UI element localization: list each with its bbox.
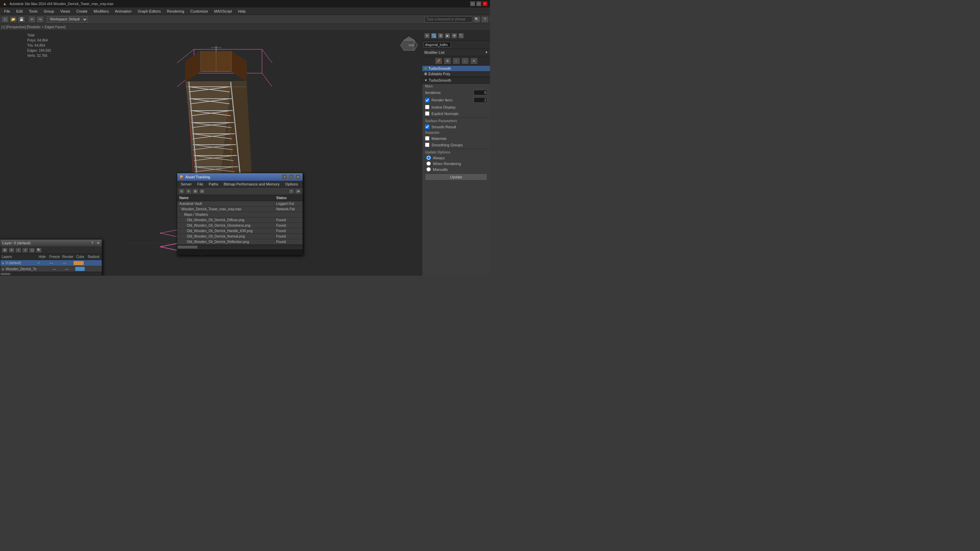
rp-icon-display[interactable]: 👁 (452, 33, 457, 38)
render-iters-input[interactable] (474, 97, 487, 103)
at-btn-filter[interactable]: ⊟ (199, 188, 205, 194)
toolbar-new[interactable]: ◻ (2, 16, 9, 23)
modifier-list-dropdown-arrow[interactable]: ▼ (485, 51, 488, 54)
modifier-editablepoly[interactable]: Editable Poly (422, 71, 490, 76)
manually-radio[interactable] (426, 167, 431, 172)
at-btn-extra[interactable]: ≫ (295, 188, 301, 194)
layers-scrollbar[interactable] (0, 272, 102, 276)
menu-customize[interactable]: Customize (188, 8, 211, 14)
layer-hide-wooden: — (49, 267, 60, 271)
menu-views[interactable]: Views (57, 8, 73, 14)
menu-modifiers[interactable]: Modifiers (91, 8, 111, 14)
mod-btn-pin[interactable]: 📌 (435, 57, 442, 64)
toolbar-open[interactable]: 📂 (10, 16, 17, 23)
layer-btn-find[interactable]: 🔍 (36, 247, 42, 253)
asset-table-row[interactable]: Autodesk VaultLogged Out (177, 201, 302, 207)
mod-btn-settings[interactable]: ⚙ (444, 57, 451, 64)
section-turbosmooth[interactable]: ▼ TurboSmooth (422, 77, 490, 84)
asset-table-row[interactable]: Old_Wooden_Oil_Derrick_Glossiness.pngFou… (177, 223, 302, 228)
asset-table-row[interactable]: Old_Wooden_Oil_Derrick_Normal.pngFound (177, 234, 302, 239)
asset-tracking-close[interactable]: ✕ (296, 175, 301, 179)
layers-col-header: Layers Hide Freeze Render Color Radiost (0, 254, 102, 260)
asset-scrollbar-thumb[interactable] (177, 245, 198, 249)
at-btn-refresh[interactable]: ↻ (179, 188, 185, 194)
asset-table-row[interactable]: Old_Wooden_Oil_Derrick_Handle_IOR.pngFou… (177, 228, 302, 234)
asset-toolbar: ↻ ≡ ⊞ ⊟ ? ≫ (177, 188, 302, 195)
menu-edit[interactable]: Edit (14, 8, 25, 14)
search-input[interactable] (425, 16, 472, 22)
viewcube[interactable]: TOP (399, 33, 419, 54)
menu-animation[interactable]: Animation (112, 8, 134, 14)
when-rendering-radio[interactable] (426, 161, 431, 166)
always-radio[interactable] (426, 156, 431, 160)
rp-icon-motion[interactable]: ▶ (445, 33, 450, 38)
asset-tracking-help[interactable]: ? (282, 175, 287, 179)
layer-btn-select[interactable]: ◻ (29, 247, 35, 253)
at-menu-options[interactable]: Options (283, 182, 300, 187)
mod-btn-move-down[interactable]: ↓ (461, 57, 469, 64)
minimize-button[interactable]: — (470, 2, 475, 6)
rp-icon-create[interactable]: ✦ (424, 33, 430, 38)
at-btn-details[interactable]: ⊞ (192, 188, 198, 194)
toolbar-undo[interactable]: ↩ (28, 16, 36, 23)
col-name[interactable]: Name (177, 195, 274, 201)
mod-btn-remove[interactable]: ✕ (470, 57, 478, 64)
render-iters-checkbox[interactable] (425, 98, 430, 102)
workspace-dropdown[interactable]: Workspace: Default (47, 16, 88, 22)
at-btn-list[interactable]: ≡ (185, 188, 192, 194)
asset-table-row[interactable]: Old_Wooden_Oil_Derrick_Reflection.pngFou… (177, 239, 302, 245)
search-button[interactable]: 🔍 (473, 16, 480, 23)
toolbar-sep2 (45, 16, 46, 22)
at-btn-help[interactable]: ? (288, 188, 294, 194)
layers-close[interactable]: ✕ (97, 241, 100, 245)
isoline-checkbox[interactable] (425, 105, 430, 109)
close-button[interactable]: ✕ (482, 2, 487, 6)
col-status[interactable]: Status (274, 195, 302, 201)
at-menu-server[interactable]: Server (179, 182, 194, 187)
smooth-result-checkbox[interactable] (425, 124, 430, 129)
menu-rendering[interactable]: Rendering (164, 8, 187, 14)
menu-file[interactable]: File (2, 8, 13, 14)
iterations-input[interactable] (474, 90, 487, 95)
explicit-normals-checkbox[interactable] (425, 111, 430, 116)
mod-btn-move-up[interactable]: ↑ (453, 57, 460, 64)
at-menu-paths[interactable]: Paths (207, 182, 220, 187)
layers-question[interactable]: ? (91, 241, 93, 245)
layer-btn-delete[interactable]: ✕ (8, 247, 14, 253)
menu-group[interactable]: Group (41, 8, 57, 14)
materials-checkbox[interactable] (425, 136, 430, 140)
toolbar-redo[interactable]: ↪ (37, 16, 44, 23)
layer-row-default[interactable]: ◈ 0 (default) ✓ — — (0, 260, 102, 266)
at-menu-bitmap[interactable]: Bitmap Performance and Memory (221, 182, 282, 187)
rp-icon-utilities[interactable]: 🔨 (458, 33, 464, 38)
asset-scrollbar[interactable] (177, 245, 302, 249)
menu-graph-editors[interactable]: Graph Editors (135, 8, 164, 14)
menu-create[interactable]: Create (73, 8, 90, 14)
layer-row-wooden[interactable]: ◈ Wooden_Derrick_To — — (0, 266, 102, 272)
rp-icon-hierarchy[interactable]: ⚙ (438, 33, 443, 38)
maximize-button[interactable]: □ (476, 2, 481, 6)
help-button[interactable]: ? (481, 16, 488, 23)
layer-btn-settings[interactable]: ⚙ (2, 247, 8, 253)
isoline-row: Isoline Display (422, 104, 490, 110)
asset-table-row[interactable]: Wooden_Derrick_Tower_max_vray.maxNetwork… (177, 207, 302, 212)
layer-btn-add[interactable]: + (15, 247, 21, 253)
menu-tools[interactable]: Tools (26, 8, 40, 14)
menu-help[interactable]: Help (235, 8, 248, 14)
asset-table-row[interactable]: Old_Wooden_Oil_Derrick_Diffuse.pngFound (177, 218, 302, 223)
modifier-turbosmooth[interactable]: TurboSmooth (422, 66, 490, 71)
at-menu-file[interactable]: File (195, 182, 205, 187)
toolbar-save[interactable]: 💾 (18, 16, 25, 23)
toolbar-sep1 (27, 16, 27, 22)
update-button[interactable]: Update (425, 174, 487, 180)
layer-btn-add-object[interactable]: ↗ (22, 247, 28, 253)
rp-icon-modify[interactable]: 🔧 (431, 33, 437, 38)
asset-tracking-minimize[interactable]: □ (289, 175, 294, 179)
object-name-input[interactable] (424, 42, 451, 47)
layer-hide-default: — (45, 261, 57, 265)
smooth-result-row: Smooth Result (422, 124, 490, 130)
menu-maxscript[interactable]: MAXScript (211, 8, 234, 14)
asset-table-row[interactable]: Maps / Shaders (177, 212, 302, 218)
layers-scrollbar-thumb[interactable] (0, 272, 11, 276)
smoothing-groups-checkbox[interactable] (425, 143, 430, 147)
